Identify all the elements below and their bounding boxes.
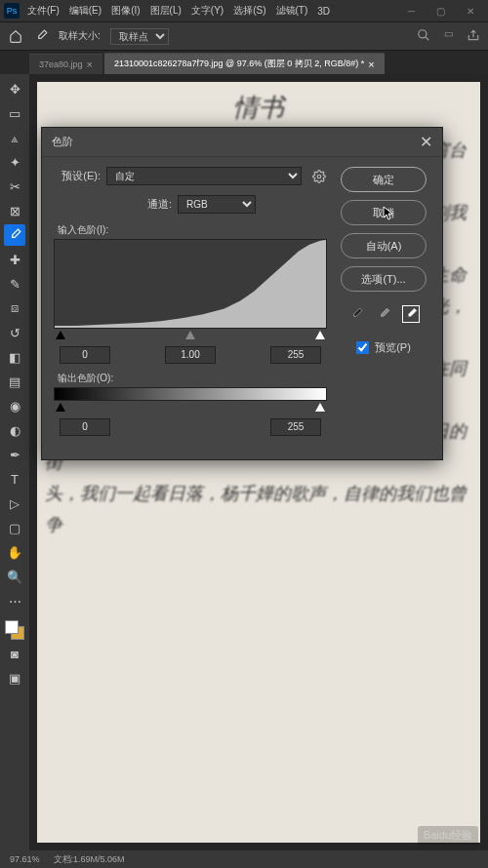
eyedropper-tool-icon[interactable] [33, 28, 49, 44]
output-levels-label: 输出色阶(O): [58, 372, 327, 385]
black-point-slider[interactable] [56, 331, 65, 339]
win-close-icon[interactable]: ✕ [467, 6, 474, 17]
eraser-tool[interactable]: ◧ [4, 346, 25, 368]
document-tabs: 37ea80.jpg × 21310001c826278a7f79.jpg @ … [0, 51, 488, 74]
dodge-tool[interactable]: ◐ [4, 419, 25, 441]
zoom-level[interactable]: 97.61% [10, 854, 40, 864]
menu-image[interactable]: 图像(I) [111, 4, 140, 18]
preview-label: 预览(P) [375, 340, 411, 355]
channel-select[interactable]: RGB [178, 195, 256, 214]
history-brush-tool[interactable]: ↺ [4, 322, 25, 343]
search-icon[interactable] [417, 28, 430, 44]
white-eyedropper-icon[interactable] [402, 305, 420, 323]
menu-type[interactable]: 文字(Y) [191, 4, 224, 18]
sample-size-select[interactable]: 取样点 [110, 28, 169, 45]
close-icon[interactable]: × [368, 59, 374, 70]
gray-eyedropper-icon[interactable] [375, 305, 392, 323]
app-icon: Ps [4, 3, 20, 19]
svg-point-1 [317, 175, 321, 178]
color-swatch[interactable] [5, 620, 24, 640]
pen-tool[interactable]: ✒ [4, 444, 25, 465]
status-bar: 97.61% 文档:1.69M/5.06M [0, 850, 488, 868]
output-gradient [54, 387, 327, 401]
type-tool[interactable]: T [4, 468, 25, 490]
move-tool[interactable]: ✥ [4, 78, 25, 99]
input-gamma-field[interactable]: 1.00 [165, 346, 216, 364]
white-point-slider[interactable] [315, 331, 325, 339]
eyedropper-tool[interactable] [4, 224, 25, 246]
close-icon[interactable]: × [87, 59, 93, 70]
output-white-field[interactable]: 255 [270, 418, 321, 436]
black-eyedropper-icon[interactable] [347, 305, 365, 323]
input-levels-label: 输入色阶(I): [58, 223, 327, 237]
mouse-cursor-icon [383, 206, 394, 221]
tab-doc-1[interactable]: 21310001c826278a7f79.jpg @ 97.6% (图层 0 拷… [104, 53, 385, 74]
preview-checkbox-input[interactable] [356, 341, 369, 354]
screenmode-icon[interactable]: ▣ [4, 667, 25, 689]
blur-tool[interactable]: ◉ [4, 395, 25, 416]
frame-tool[interactable]: ⊠ [4, 200, 25, 221]
menubar: Ps 文件(F) 编辑(E) 图像(I) 图层(L) 文字(Y) 选择(S) 滤… [0, 0, 488, 21]
options-button[interactable]: 选项(T)... [341, 266, 427, 292]
dialog-title: 色阶 [52, 135, 73, 149]
home-icon[interactable] [8, 28, 23, 44]
gradient-tool[interactable]: ▤ [4, 371, 25, 392]
svg-point-0 [419, 30, 427, 38]
preset-label: 预设(E): [54, 169, 101, 183]
foreground-color[interactable] [5, 620, 19, 634]
crop-tool[interactable]: ✂ [4, 176, 25, 197]
sample-size-label: 取样大小: [59, 29, 101, 43]
shape-tool[interactable]: ▢ [4, 517, 25, 538]
tab-label: 21310001c826278a7f79.jpg @ 97.6% (图层 0 拷… [114, 58, 364, 70]
watermark: Baidu经验 [418, 826, 478, 845]
path-select-tool[interactable]: ▷ [4, 493, 25, 514]
menu-layer[interactable]: 图层(L) [150, 4, 182, 18]
tools-panel: ✥ ▭ ⟁ ✦ ✂ ⊠ ✚ ✎ ⧇ ↺ ◧ ▤ ◉ ◐ ✒ T ▷ ▢ ✋ 🔍 … [0, 74, 29, 850]
doc-size: 文档:1.69M/5.06M [54, 853, 125, 866]
eyedropper-row [347, 305, 420, 323]
menu-filter[interactable]: 滤镜(T) [276, 4, 308, 18]
menu-select[interactable]: 选择(S) [233, 4, 265, 18]
menu-file[interactable]: 文件(F) [27, 4, 60, 18]
midtone-slider[interactable] [185, 331, 195, 339]
output-white-slider[interactable] [315, 403, 325, 412]
output-slider[interactable] [56, 405, 325, 414]
heal-tool[interactable]: ✚ [4, 249, 25, 270]
auto-button[interactable]: 自动(A) [341, 233, 427, 258]
input-white-field[interactable]: 255 [270, 346, 321, 364]
menu-3d[interactable]: 3D [317, 6, 330, 17]
workspace-icon[interactable]: ▭ [444, 28, 453, 44]
options-bar: 取样大小: 取样点 ▭ [0, 21, 488, 51]
doc-title: 情书 [45, 92, 472, 123]
levels-dialog: 色阶 ✕ 预设(E): 自定 通道: RGB 输入色阶(I): [41, 127, 443, 460]
win-max-icon[interactable]: ▢ [436, 6, 445, 17]
menu-edit[interactable]: 编辑(E) [69, 4, 102, 18]
quick-select-tool[interactable]: ✦ [4, 151, 25, 173]
edit-toolbar[interactable]: ⋯ [4, 590, 25, 612]
share-icon[interactable] [467, 28, 480, 44]
output-black-field[interactable]: 0 [60, 418, 110, 436]
tab-label: 37ea80.jpg [39, 59, 83, 69]
preset-select[interactable]: 自定 [106, 167, 302, 185]
quickmask-icon[interactable]: ◙ [4, 643, 25, 664]
stamp-tool[interactable]: ⧇ [4, 297, 25, 319]
close-icon[interactable]: ✕ [420, 133, 432, 151]
dialog-titlebar[interactable]: 色阶 ✕ [42, 128, 442, 157]
doc-line: 头，我们一起看日落，杨千嬅的歌声，自律的我们也曾争 [45, 478, 472, 540]
preview-checkbox[interactable]: 预览(P) [356, 340, 411, 355]
ok-button[interactable]: 确定 [341, 167, 427, 192]
hand-tool[interactable]: ✋ [4, 541, 25, 563]
input-slider[interactable] [56, 333, 325, 342]
histogram [54, 239, 327, 329]
zoom-tool[interactable]: 🔍 [4, 566, 25, 587]
input-black-field[interactable]: 0 [60, 346, 110, 364]
channel-label: 通道: [125, 197, 172, 212]
brush-tool[interactable]: ✎ [4, 273, 25, 295]
lasso-tool[interactable]: ⟁ [4, 127, 25, 148]
gear-icon[interactable] [311, 169, 327, 184]
marquee-tool[interactable]: ▭ [4, 102, 25, 124]
win-min-icon[interactable]: ─ [408, 6, 415, 17]
output-black-slider[interactable] [56, 403, 65, 412]
tab-doc-0[interactable]: 37ea80.jpg × [29, 54, 102, 74]
